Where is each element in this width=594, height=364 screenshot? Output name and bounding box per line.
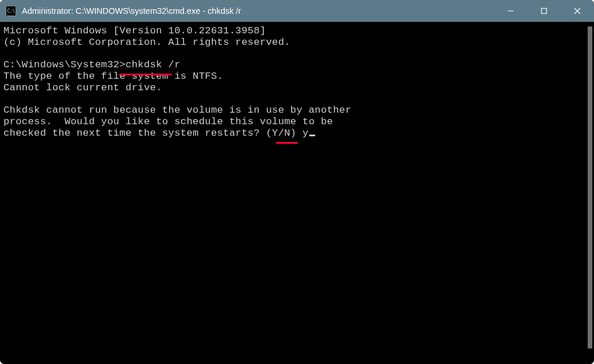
- message-line-3: checked the next time the system restart…: [3, 128, 302, 139]
- window-controls: [494, 0, 594, 22]
- cmd-window: C:\ Administrator: C:\WINDOWS\system32\c…: [0, 0, 594, 364]
- minimize-button[interactable]: [494, 0, 527, 22]
- terminal-content[interactable]: Microsoft Windows [Version 10.0.22631.39…: [0, 22, 584, 364]
- annotation-underline-input: [276, 142, 298, 144]
- cursor: [309, 135, 315, 136]
- window-title: Administrator: C:\WINDOWS\system32\cmd.e…: [22, 6, 494, 16]
- close-icon: [574, 7, 581, 14]
- copyright-line: (c) Microsoft Corporation. All rights re…: [3, 37, 290, 48]
- filesystem-line: The type of the file system is NTFS.: [3, 71, 223, 82]
- command-text: chkdsk /r: [125, 59, 181, 70]
- version-line: Microsoft Windows [Version 10.0.22631.39…: [3, 25, 266, 36]
- prompt-prefix: C:\Windows\System32>: [3, 59, 125, 70]
- annotation-underline-command: [119, 74, 172, 75]
- maximize-icon: [541, 7, 547, 14]
- title-bar[interactable]: C:\ Administrator: C:\WINDOWS\system32\c…: [0, 0, 594, 22]
- message-line-2: process. Would you like to schedule this…: [3, 116, 333, 127]
- lock-error-line: Cannot lock current drive.: [3, 82, 162, 93]
- scrollbar[interactable]: [584, 22, 594, 364]
- svg-rect-1: [542, 9, 547, 14]
- terminal-area[interactable]: Microsoft Windows [Version 10.0.22631.39…: [0, 22, 594, 364]
- user-input: y: [302, 128, 309, 139]
- scrollbar-thumb[interactable]: [588, 26, 592, 348]
- cmd-icon: C:\: [6, 6, 16, 16]
- maximize-button[interactable]: [527, 0, 561, 22]
- close-button[interactable]: [561, 0, 594, 22]
- minimize-icon: [507, 7, 514, 14]
- message-line-1: Chkdsk cannot run because the volume is …: [3, 105, 351, 116]
